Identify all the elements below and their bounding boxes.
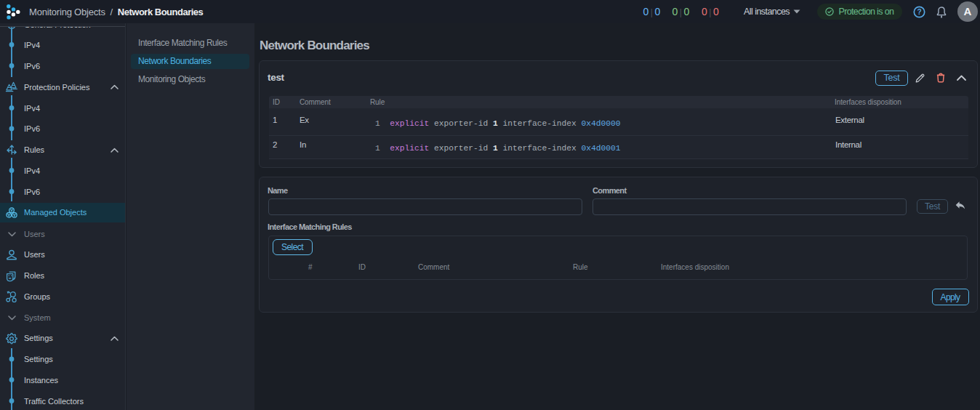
svg-text:?: ? xyxy=(917,8,921,16)
